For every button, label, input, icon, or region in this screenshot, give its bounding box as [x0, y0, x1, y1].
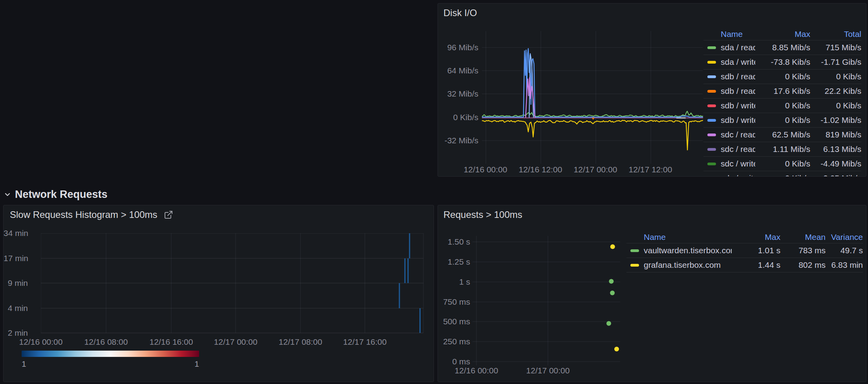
series-swatch	[707, 163, 716, 165]
disk-io-time-series-chart[interactable]	[482, 31, 703, 164]
disk-legend-row: sda / reads 8.85 Mib/s 715 Mib/s	[703, 40, 861, 55]
disk-legend-row: sdc / writes 0 Kib/s -2.05 Mib/s	[703, 171, 861, 177]
series-total: -4.49 Mib/s	[810, 159, 861, 168]
series-max: 8.85 Mib/s	[755, 43, 810, 52]
grafana-dashboard: Disk I/O 96 Mib/s 64 Mib/s 32 Mib/s 0 Ki…	[0, 0, 868, 384]
slow-requests-heatmap-chart[interactable]	[41, 233, 426, 335]
disk-x-tick: 12/17 00:00	[564, 165, 627, 175]
series-name[interactable]: sda / writes	[721, 57, 755, 67]
series-total: 22.2 Kib/s	[810, 86, 861, 96]
series-max: 0 Kib/s	[755, 72, 810, 81]
requests-scatter-chart[interactable]	[472, 236, 622, 366]
series-name[interactable]: sdc / writes	[721, 174, 755, 177]
disk-legend-row: sdb / reads 17.6 Kib/s 22.2 Kib/s	[703, 84, 861, 99]
disk-legend-row: sdb / reads 0 Kib/s 0 Kib/s	[703, 69, 861, 84]
legend-header-mean[interactable]: Mean	[780, 232, 826, 242]
series-total: -1.02 Mib/s	[810, 115, 861, 125]
series-variance: 49.7 s	[826, 246, 863, 255]
series-max: 0 Kib/s	[755, 101, 810, 110]
histo-x-tick: 12/17 16:00	[333, 337, 396, 347]
disk-legend-row: sdc / reads 62.5 Mib/s 819 Mib/s	[703, 128, 861, 142]
disk-legend-row: sdc / writes 0 Kib/s -4.49 Mib/s	[703, 157, 861, 171]
req-y-tick: 250 ms	[438, 336, 470, 347]
histo-x-tick: 12/16 16:00	[140, 337, 203, 347]
req-y-tick: 1.50 s	[438, 237, 470, 247]
heatmap-scale-labels: 1 1	[22, 359, 199, 369]
series-max: 1.01 s	[732, 246, 780, 255]
series-swatch	[707, 148, 716, 151]
requests-legend-header: Name Max Mean Variance	[626, 231, 863, 243]
series-swatch	[707, 133, 716, 136]
disk-y-tick: -32 Mib/s	[438, 135, 478, 146]
req-x-tick: 12/16 00:00	[445, 366, 508, 376]
scale-max-label: 1	[194, 359, 199, 369]
disk-x-tick: 12/17 12:00	[619, 165, 682, 175]
legend-header-name[interactable]: Name	[644, 232, 732, 242]
series-name[interactable]: sda / reads	[721, 43, 755, 52]
series-max: -73.8 Kib/s	[755, 57, 810, 67]
section-network-requests[interactable]: Network Requests	[3, 188, 108, 201]
series-max: 0 Kib/s	[755, 159, 810, 168]
series-max: 1.44 s	[732, 260, 780, 270]
histo-y-tick: 17 min	[4, 253, 28, 263]
histo-y-tick: 34 min	[4, 228, 28, 238]
disk-legend-row: sdb / writes 0 Kib/s 0 Kib/s	[703, 99, 861, 113]
req-y-tick: 1.25 s	[438, 257, 470, 267]
series-name[interactable]: sdb / reads	[721, 72, 755, 81]
disk-legend-header: Name Max Total	[703, 28, 861, 40]
disk-y-tick: 32 Mib/s	[438, 89, 478, 99]
disk-io-legend: Name Max Total sda / reads 8.85 Mib/s 71…	[703, 28, 861, 177]
series-name[interactable]: sdc / writes	[721, 159, 755, 168]
series-max: 17.6 Kib/s	[755, 86, 810, 96]
series-swatch	[707, 119, 716, 122]
legend-header-name[interactable]: Name	[721, 29, 755, 39]
histo-x-tick: 12/16 08:00	[75, 337, 137, 347]
series-total: 819 Mib/s	[810, 130, 861, 139]
series-total: 715 Mib/s	[810, 43, 861, 52]
disk-io-panel: Disk I/O 96 Mib/s 64 Mib/s 32 Mib/s 0 Ki…	[438, 3, 866, 177]
series-swatch	[630, 249, 639, 252]
disk-y-tick: 96 Mib/s	[438, 42, 478, 53]
series-swatch	[707, 90, 716, 93]
series-max: 62.5 Mib/s	[755, 130, 810, 139]
disk-x-tick: 12/16 00:00	[454, 165, 517, 175]
legend-header-total[interactable]: Total	[810, 29, 861, 39]
series-name[interactable]: grafana.tiserbox.com	[644, 260, 732, 270]
disk-legend-row: sdb / writes 0 Kib/s -1.02 Mib/s	[703, 113, 861, 128]
series-total: 0 Kib/s	[810, 72, 861, 81]
series-name[interactable]: sdb / writes	[721, 115, 755, 125]
series-mean: 802 ms	[780, 260, 826, 270]
req-y-tick: 750 ms	[438, 297, 470, 307]
slow-requests-histogram-panel: Slow Requests Histogram > 100ms 34 min 1…	[3, 205, 434, 382]
series-total: -1.71 Gib/s	[810, 57, 861, 67]
requests-legend-row: grafana.tiserbox.com 1.44 s 802 ms 6.83 …	[626, 258, 863, 272]
series-name[interactable]: sdc / reads	[721, 144, 755, 154]
heatmap-color-scale	[22, 351, 199, 357]
series-swatch	[707, 75, 716, 78]
histo-x-tick: 12/17 08:00	[269, 337, 332, 347]
series-name[interactable]: vaultwarden.tiserbox.com	[644, 246, 732, 255]
series-name[interactable]: sdc / reads	[721, 130, 755, 139]
req-y-tick: 1 s	[438, 277, 470, 287]
req-x-tick: 12/17 00:00	[516, 366, 579, 376]
series-name[interactable]: sdb / writes	[721, 101, 755, 110]
chevron-down-icon	[3, 190, 12, 199]
legend-header-max[interactable]: Max	[732, 232, 780, 242]
series-name[interactable]: sdb / reads	[721, 86, 755, 96]
legend-header-max[interactable]: Max	[755, 29, 810, 39]
series-swatch	[707, 104, 716, 107]
disk-y-tick: 64 Mib/s	[438, 66, 478, 76]
series-swatch	[707, 46, 716, 49]
histogram-panel-title[interactable]: Slow Requests Histogram > 100ms	[10, 209, 157, 220]
requests-panel-title[interactable]: Requests > 100ms	[443, 209, 522, 220]
section-title: Network Requests	[15, 188, 108, 201]
series-mean: 783 ms	[780, 246, 826, 255]
series-max: 1.11 Mib/s	[755, 144, 810, 154]
legend-header-variance[interactable]: Variance	[826, 232, 863, 242]
disk-legend-row: sdc / reads 1.11 Mib/s 6.13 Mib/s	[703, 142, 861, 157]
series-max: 0 Kib/s	[755, 115, 810, 125]
disk-io-panel-title[interactable]: Disk I/O	[443, 7, 477, 18]
external-link-icon[interactable]	[164, 210, 173, 219]
disk-x-tick: 12/16 12:00	[509, 165, 572, 175]
histo-x-tick: 12/17 00:00	[204, 337, 267, 347]
